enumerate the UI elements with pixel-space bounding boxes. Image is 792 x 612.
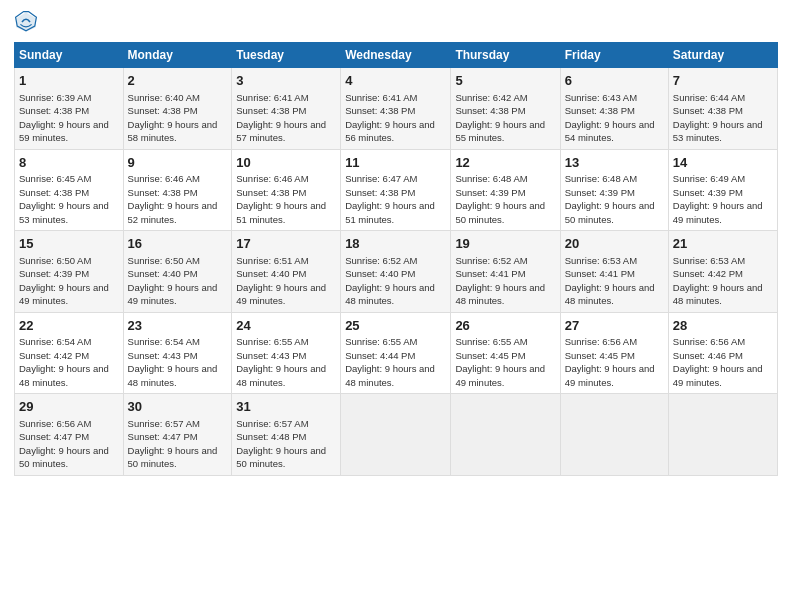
col-monday: Monday [123,43,232,68]
day-number: 12 [455,154,555,172]
calendar-day-cell: 27 Sunrise: 6:56 AMSunset: 4:45 PMDaylig… [560,312,668,394]
calendar-day-cell: 16 Sunrise: 6:50 AMSunset: 4:40 PMDaylig… [123,231,232,313]
calendar-day-cell: 30 Sunrise: 6:57 AMSunset: 4:47 PMDaylig… [123,394,232,476]
calendar-day-cell: 31 Sunrise: 6:57 AMSunset: 4:48 PMDaylig… [232,394,341,476]
calendar-day-cell: 28 Sunrise: 6:56 AMSunset: 4:46 PMDaylig… [668,312,777,394]
calendar-day-cell: 8 Sunrise: 6:45 AMSunset: 4:38 PMDayligh… [15,149,124,231]
day-info: Sunrise: 6:39 AMSunset: 4:38 PMDaylight:… [19,92,109,144]
day-info: Sunrise: 6:42 AMSunset: 4:38 PMDaylight:… [455,92,545,144]
day-number: 3 [236,72,336,90]
day-info: Sunrise: 6:44 AMSunset: 4:38 PMDaylight:… [673,92,763,144]
day-info: Sunrise: 6:55 AMSunset: 4:44 PMDaylight:… [345,336,435,388]
day-number: 9 [128,154,228,172]
day-info: Sunrise: 6:55 AMSunset: 4:45 PMDaylight:… [455,336,545,388]
calendar-header-row: Sunday Monday Tuesday Wednesday Thursday… [15,43,778,68]
day-info: Sunrise: 6:48 AMSunset: 4:39 PMDaylight:… [455,173,545,225]
calendar-page: Sunday Monday Tuesday Wednesday Thursday… [0,0,792,612]
calendar-day-cell: 14 Sunrise: 6:49 AMSunset: 4:39 PMDaylig… [668,149,777,231]
logo [14,10,42,34]
calendar-day-cell: 13 Sunrise: 6:48 AMSunset: 4:39 PMDaylig… [560,149,668,231]
day-info: Sunrise: 6:48 AMSunset: 4:39 PMDaylight:… [565,173,655,225]
day-number: 27 [565,317,664,335]
col-tuesday: Tuesday [232,43,341,68]
day-number: 23 [128,317,228,335]
day-info: Sunrise: 6:55 AMSunset: 4:43 PMDaylight:… [236,336,326,388]
calendar-day-cell [668,394,777,476]
col-saturday: Saturday [668,43,777,68]
calendar-day-cell: 15 Sunrise: 6:50 AMSunset: 4:39 PMDaylig… [15,231,124,313]
calendar-day-cell: 23 Sunrise: 6:54 AMSunset: 4:43 PMDaylig… [123,312,232,394]
day-number: 26 [455,317,555,335]
day-info: Sunrise: 6:54 AMSunset: 4:42 PMDaylight:… [19,336,109,388]
col-friday: Friday [560,43,668,68]
day-number: 16 [128,235,228,253]
day-info: Sunrise: 6:56 AMSunset: 4:45 PMDaylight:… [565,336,655,388]
day-number: 2 [128,72,228,90]
calendar-day-cell: 7 Sunrise: 6:44 AMSunset: 4:38 PMDayligh… [668,68,777,150]
day-number: 21 [673,235,773,253]
col-thursday: Thursday [451,43,560,68]
day-info: Sunrise: 6:43 AMSunset: 4:38 PMDaylight:… [565,92,655,144]
day-number: 6 [565,72,664,90]
day-info: Sunrise: 6:47 AMSunset: 4:38 PMDaylight:… [345,173,435,225]
calendar-day-cell [560,394,668,476]
calendar-day-cell: 21 Sunrise: 6:53 AMSunset: 4:42 PMDaylig… [668,231,777,313]
day-number: 5 [455,72,555,90]
day-number: 11 [345,154,446,172]
calendar-day-cell: 9 Sunrise: 6:46 AMSunset: 4:38 PMDayligh… [123,149,232,231]
day-info: Sunrise: 6:50 AMSunset: 4:39 PMDaylight:… [19,255,109,307]
day-number: 17 [236,235,336,253]
calendar-day-cell: 11 Sunrise: 6:47 AMSunset: 4:38 PMDaylig… [341,149,451,231]
calendar-day-cell: 26 Sunrise: 6:55 AMSunset: 4:45 PMDaylig… [451,312,560,394]
calendar-day-cell: 5 Sunrise: 6:42 AMSunset: 4:38 PMDayligh… [451,68,560,150]
calendar-day-cell: 25 Sunrise: 6:55 AMSunset: 4:44 PMDaylig… [341,312,451,394]
day-info: Sunrise: 6:41 AMSunset: 4:38 PMDaylight:… [236,92,326,144]
calendar-week-row: 8 Sunrise: 6:45 AMSunset: 4:38 PMDayligh… [15,149,778,231]
calendar-day-cell: 1 Sunrise: 6:39 AMSunset: 4:38 PMDayligh… [15,68,124,150]
calendar-day-cell: 12 Sunrise: 6:48 AMSunset: 4:39 PMDaylig… [451,149,560,231]
day-info: Sunrise: 6:54 AMSunset: 4:43 PMDaylight:… [128,336,218,388]
calendar-week-row: 1 Sunrise: 6:39 AMSunset: 4:38 PMDayligh… [15,68,778,150]
day-info: Sunrise: 6:57 AMSunset: 4:47 PMDaylight:… [128,418,218,470]
day-info: Sunrise: 6:53 AMSunset: 4:41 PMDaylight:… [565,255,655,307]
day-info: Sunrise: 6:52 AMSunset: 4:41 PMDaylight:… [455,255,545,307]
day-number: 31 [236,398,336,416]
day-number: 28 [673,317,773,335]
col-sunday: Sunday [15,43,124,68]
day-info: Sunrise: 6:46 AMSunset: 4:38 PMDaylight:… [128,173,218,225]
day-number: 22 [19,317,119,335]
calendar-day-cell: 19 Sunrise: 6:52 AMSunset: 4:41 PMDaylig… [451,231,560,313]
calendar-day-cell: 2 Sunrise: 6:40 AMSunset: 4:38 PMDayligh… [123,68,232,150]
calendar-day-cell: 3 Sunrise: 6:41 AMSunset: 4:38 PMDayligh… [232,68,341,150]
calendar-day-cell: 20 Sunrise: 6:53 AMSunset: 4:41 PMDaylig… [560,231,668,313]
day-number: 20 [565,235,664,253]
col-wednesday: Wednesday [341,43,451,68]
calendar-week-row: 29 Sunrise: 6:56 AMSunset: 4:47 PMDaylig… [15,394,778,476]
calendar-day-cell [341,394,451,476]
day-number: 1 [19,72,119,90]
logo-icon [14,10,38,34]
day-number: 7 [673,72,773,90]
day-info: Sunrise: 6:41 AMSunset: 4:38 PMDaylight:… [345,92,435,144]
day-info: Sunrise: 6:51 AMSunset: 4:40 PMDaylight:… [236,255,326,307]
day-number: 10 [236,154,336,172]
day-info: Sunrise: 6:49 AMSunset: 4:39 PMDaylight:… [673,173,763,225]
calendar-day-cell: 22 Sunrise: 6:54 AMSunset: 4:42 PMDaylig… [15,312,124,394]
calendar-table: Sunday Monday Tuesday Wednesday Thursday… [14,42,778,476]
day-number: 13 [565,154,664,172]
day-number: 18 [345,235,446,253]
day-number: 19 [455,235,555,253]
day-info: Sunrise: 6:57 AMSunset: 4:48 PMDaylight:… [236,418,326,470]
day-info: Sunrise: 6:53 AMSunset: 4:42 PMDaylight:… [673,255,763,307]
calendar-day-cell: 17 Sunrise: 6:51 AMSunset: 4:40 PMDaylig… [232,231,341,313]
calendar-day-cell: 4 Sunrise: 6:41 AMSunset: 4:38 PMDayligh… [341,68,451,150]
calendar-day-cell: 24 Sunrise: 6:55 AMSunset: 4:43 PMDaylig… [232,312,341,394]
calendar-day-cell: 6 Sunrise: 6:43 AMSunset: 4:38 PMDayligh… [560,68,668,150]
day-number: 25 [345,317,446,335]
day-info: Sunrise: 6:40 AMSunset: 4:38 PMDaylight:… [128,92,218,144]
calendar-day-cell: 29 Sunrise: 6:56 AMSunset: 4:47 PMDaylig… [15,394,124,476]
day-info: Sunrise: 6:52 AMSunset: 4:40 PMDaylight:… [345,255,435,307]
day-info: Sunrise: 6:50 AMSunset: 4:40 PMDaylight:… [128,255,218,307]
day-number: 4 [345,72,446,90]
calendar-day-cell: 10 Sunrise: 6:46 AMSunset: 4:38 PMDaylig… [232,149,341,231]
